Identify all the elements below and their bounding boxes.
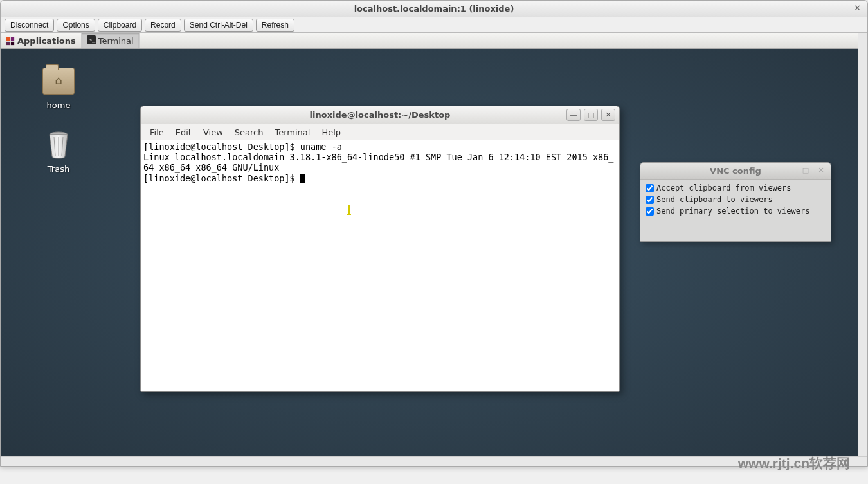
vnc-config-window[interactable]: VNC config — □ ✕ Accept clipboard from v… bbox=[640, 162, 831, 242]
close-icon[interactable]: ✕ bbox=[601, 109, 615, 121]
taskbar-terminal-label: Terminal bbox=[98, 36, 134, 46]
vnc-toolbar: Disconnect Options Clipboard Record Send… bbox=[1, 17, 867, 33]
svg-rect-2 bbox=[6, 41, 10, 44]
terminal-icon: >_ bbox=[87, 35, 96, 46]
terminal-prompt: [linoxide@localhost Desktop]$ bbox=[143, 173, 300, 183]
terminal-body[interactable]: [linoxide@localhost Desktop]$ uname -a L… bbox=[141, 140, 619, 391]
checkbox-label: Send primary selection to viewers bbox=[656, 207, 809, 216]
checkbox-input[interactable] bbox=[646, 184, 654, 192]
svg-rect-0 bbox=[6, 37, 10, 40]
options-button[interactable]: Options bbox=[57, 19, 95, 32]
checkbox-label: Send clipboard to viewers bbox=[656, 195, 773, 204]
scrollbar-vertical[interactable] bbox=[858, 33, 867, 456]
terminal-cursor bbox=[300, 174, 305, 183]
desktop-panel: Applications >_ Terminal bbox=[1, 33, 858, 49]
menu-edit[interactable]: Edit bbox=[170, 126, 197, 139]
trash-label: Trash bbox=[48, 164, 69, 174]
checkbox-send-primary[interactable]: Send primary selection to viewers bbox=[646, 207, 826, 216]
checkbox-input[interactable] bbox=[646, 196, 654, 204]
remote-desktop[interactable]: Applications >_ Terminal ⌂ bbox=[1, 33, 858, 456]
taskbar-terminal[interactable]: >_ Terminal bbox=[82, 33, 140, 48]
remote-desktop-wrapper: Applications >_ Terminal ⌂ bbox=[1, 33, 867, 456]
refresh-button[interactable]: Refresh bbox=[256, 19, 294, 32]
trash-icon bbox=[42, 129, 75, 160]
menu-terminal[interactable]: Terminal bbox=[269, 126, 315, 139]
menu-search[interactable]: Search bbox=[230, 126, 269, 139]
terminal-window[interactable]: linoxide@localhost:~/Desktop — □ ✕ File … bbox=[140, 106, 620, 392]
vnc-client-window: localhost.localdomain:1 (linoxide) ✕ Dis… bbox=[0, 0, 868, 467]
menu-help[interactable]: Help bbox=[316, 126, 346, 139]
terminal-window-controls: — □ ✕ bbox=[566, 109, 615, 121]
terminal-titlebar[interactable]: linoxide@localhost:~/Desktop — □ ✕ bbox=[141, 106, 619, 124]
text-cursor-icon bbox=[347, 205, 351, 215]
folder-icon: ⌂ bbox=[42, 66, 75, 97]
home-label: home bbox=[47, 100, 71, 110]
minimize-icon[interactable]: — bbox=[566, 109, 581, 121]
clipboard-button[interactable]: Clipboard bbox=[98, 19, 142, 32]
record-button[interactable]: Record bbox=[145, 19, 181, 32]
vnc-client-titlebar[interactable]: localhost.localdomain:1 (linoxide) ✕ bbox=[1, 1, 867, 17]
terminal-title: linoxide@localhost:~/Desktop bbox=[310, 110, 451, 120]
svg-text:>_: >_ bbox=[88, 37, 95, 43]
minimize-icon[interactable]: — bbox=[784, 166, 796, 176]
menu-file[interactable]: File bbox=[145, 126, 169, 139]
desktop-icons: ⌂ home bbox=[20, 66, 97, 174]
vnc-config-window-controls: — □ ✕ bbox=[784, 166, 827, 176]
checkbox-label: Accept clipboard from viewers bbox=[656, 183, 791, 192]
vnc-config-title: VNC config bbox=[710, 166, 761, 176]
maximize-icon[interactable]: □ bbox=[584, 109, 598, 121]
disconnect-button[interactable]: Disconnect bbox=[5, 19, 54, 32]
svg-rect-1 bbox=[11, 37, 14, 40]
menu-view[interactable]: View bbox=[198, 126, 228, 139]
home-folder[interactable]: ⌂ home bbox=[20, 66, 97, 110]
watermark: www.rjtj.cn软荐网 bbox=[738, 454, 850, 472]
send-ctrl-alt-del-button[interactable]: Send Ctrl-Alt-Del bbox=[184, 19, 253, 32]
svg-rect-3 bbox=[11, 41, 14, 44]
checkbox-input[interactable] bbox=[646, 207, 654, 216]
checkbox-accept-clipboard[interactable]: Accept clipboard from viewers bbox=[646, 183, 826, 192]
maximize-icon[interactable]: □ bbox=[800, 166, 811, 176]
applications-label: Applications bbox=[17, 36, 76, 46]
vnc-config-body: Accept clipboard from viewers Send clipb… bbox=[640, 180, 831, 241]
terminal-menubar: File Edit View Search Terminal Help bbox=[141, 124, 619, 140]
terminal-line-1: [linoxide@localhost Desktop]$ uname -a bbox=[143, 142, 342, 152]
trash[interactable]: Trash bbox=[20, 129, 97, 174]
close-icon[interactable]: ✕ bbox=[815, 166, 827, 176]
applications-menu[interactable]: Applications bbox=[1, 33, 82, 48]
close-icon[interactable]: ✕ bbox=[853, 4, 862, 14]
vnc-config-titlebar[interactable]: VNC config — □ ✕ bbox=[640, 163, 831, 180]
applications-icon bbox=[6, 37, 15, 46]
vnc-client-title: localhost.localdomain:1 (linoxide) bbox=[354, 4, 514, 14]
terminal-line-2: Linux localhost.localdomain 3.18.1-x86_6… bbox=[143, 152, 614, 172]
checkbox-send-clipboard[interactable]: Send clipboard to viewers bbox=[646, 195, 826, 204]
